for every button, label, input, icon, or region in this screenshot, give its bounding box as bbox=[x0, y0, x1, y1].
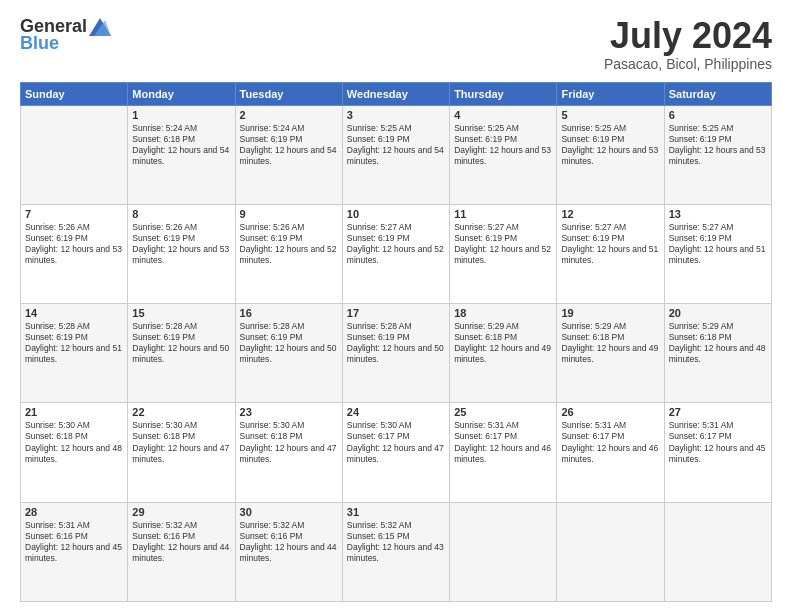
logo-icon bbox=[89, 18, 111, 36]
day-number: 28 bbox=[25, 506, 123, 518]
cell-info: Sunrise: 5:32 AMSunset: 6:16 PMDaylight:… bbox=[240, 520, 338, 564]
day-number: 18 bbox=[454, 307, 552, 319]
week-row-3: 14Sunrise: 5:28 AMSunset: 6:19 PMDayligh… bbox=[21, 304, 772, 403]
table-cell: 2Sunrise: 5:24 AMSunset: 6:19 PMDaylight… bbox=[235, 105, 342, 204]
cell-info: Sunrise: 5:30 AMSunset: 6:18 PMDaylight:… bbox=[25, 420, 123, 464]
cell-info: Sunrise: 5:28 AMSunset: 6:19 PMDaylight:… bbox=[347, 321, 445, 365]
day-number: 9 bbox=[240, 208, 338, 220]
day-number: 6 bbox=[669, 109, 767, 121]
week-row-5: 28Sunrise: 5:31 AMSunset: 6:16 PMDayligh… bbox=[21, 502, 772, 601]
col-friday: Friday bbox=[557, 82, 664, 105]
day-number: 7 bbox=[25, 208, 123, 220]
day-number: 10 bbox=[347, 208, 445, 220]
location: Pasacao, Bicol, Philippines bbox=[604, 56, 772, 72]
day-number: 11 bbox=[454, 208, 552, 220]
table-cell: 5Sunrise: 5:25 AMSunset: 6:19 PMDaylight… bbox=[557, 105, 664, 204]
table-cell: 25Sunrise: 5:31 AMSunset: 6:17 PMDayligh… bbox=[450, 403, 557, 502]
table-cell: 24Sunrise: 5:30 AMSunset: 6:17 PMDayligh… bbox=[342, 403, 449, 502]
table-cell: 10Sunrise: 5:27 AMSunset: 6:19 PMDayligh… bbox=[342, 204, 449, 303]
day-number: 17 bbox=[347, 307, 445, 319]
table-cell: 31Sunrise: 5:32 AMSunset: 6:15 PMDayligh… bbox=[342, 502, 449, 601]
month-year: July 2024 bbox=[604, 16, 772, 56]
table-cell bbox=[557, 502, 664, 601]
calendar-table: Sunday Monday Tuesday Wednesday Thursday… bbox=[20, 82, 772, 602]
day-number: 25 bbox=[454, 406, 552, 418]
col-wednesday: Wednesday bbox=[342, 82, 449, 105]
table-cell: 27Sunrise: 5:31 AMSunset: 6:17 PMDayligh… bbox=[664, 403, 771, 502]
day-number: 15 bbox=[132, 307, 230, 319]
day-number: 22 bbox=[132, 406, 230, 418]
day-number: 8 bbox=[132, 208, 230, 220]
day-number: 31 bbox=[347, 506, 445, 518]
page: General Blue July 2024 Pasacao, Bicol, P… bbox=[0, 0, 792, 612]
week-row-4: 21Sunrise: 5:30 AMSunset: 6:18 PMDayligh… bbox=[21, 403, 772, 502]
table-cell bbox=[664, 502, 771, 601]
title-block: July 2024 Pasacao, Bicol, Philippines bbox=[604, 16, 772, 72]
cell-info: Sunrise: 5:27 AMSunset: 6:19 PMDaylight:… bbox=[454, 222, 552, 266]
cell-info: Sunrise: 5:32 AMSunset: 6:15 PMDaylight:… bbox=[347, 520, 445, 564]
table-cell: 19Sunrise: 5:29 AMSunset: 6:18 PMDayligh… bbox=[557, 304, 664, 403]
logo: General Blue bbox=[20, 16, 113, 54]
table-cell: 4Sunrise: 5:25 AMSunset: 6:19 PMDaylight… bbox=[450, 105, 557, 204]
cell-info: Sunrise: 5:26 AMSunset: 6:19 PMDaylight:… bbox=[25, 222, 123, 266]
day-number: 27 bbox=[669, 406, 767, 418]
day-number: 30 bbox=[240, 506, 338, 518]
day-number: 12 bbox=[561, 208, 659, 220]
table-cell: 12Sunrise: 5:27 AMSunset: 6:19 PMDayligh… bbox=[557, 204, 664, 303]
cell-info: Sunrise: 5:25 AMSunset: 6:19 PMDaylight:… bbox=[669, 123, 767, 167]
table-cell: 13Sunrise: 5:27 AMSunset: 6:19 PMDayligh… bbox=[664, 204, 771, 303]
day-number: 23 bbox=[240, 406, 338, 418]
day-number: 4 bbox=[454, 109, 552, 121]
day-number: 19 bbox=[561, 307, 659, 319]
cell-info: Sunrise: 5:27 AMSunset: 6:19 PMDaylight:… bbox=[347, 222, 445, 266]
cell-info: Sunrise: 5:24 AMSunset: 6:18 PMDaylight:… bbox=[132, 123, 230, 167]
table-cell: 17Sunrise: 5:28 AMSunset: 6:19 PMDayligh… bbox=[342, 304, 449, 403]
cell-info: Sunrise: 5:31 AMSunset: 6:16 PMDaylight:… bbox=[25, 520, 123, 564]
cell-info: Sunrise: 5:29 AMSunset: 6:18 PMDaylight:… bbox=[454, 321, 552, 365]
day-number: 26 bbox=[561, 406, 659, 418]
table-cell: 22Sunrise: 5:30 AMSunset: 6:18 PMDayligh… bbox=[128, 403, 235, 502]
cell-info: Sunrise: 5:26 AMSunset: 6:19 PMDaylight:… bbox=[132, 222, 230, 266]
day-number: 5 bbox=[561, 109, 659, 121]
table-cell: 7Sunrise: 5:26 AMSunset: 6:19 PMDaylight… bbox=[21, 204, 128, 303]
table-cell: 3Sunrise: 5:25 AMSunset: 6:19 PMDaylight… bbox=[342, 105, 449, 204]
day-number: 24 bbox=[347, 406, 445, 418]
day-number: 16 bbox=[240, 307, 338, 319]
table-cell: 11Sunrise: 5:27 AMSunset: 6:19 PMDayligh… bbox=[450, 204, 557, 303]
cell-info: Sunrise: 5:27 AMSunset: 6:19 PMDaylight:… bbox=[561, 222, 659, 266]
cell-info: Sunrise: 5:25 AMSunset: 6:19 PMDaylight:… bbox=[347, 123, 445, 167]
col-thursday: Thursday bbox=[450, 82, 557, 105]
cell-info: Sunrise: 5:30 AMSunset: 6:18 PMDaylight:… bbox=[132, 420, 230, 464]
table-cell: 9Sunrise: 5:26 AMSunset: 6:19 PMDaylight… bbox=[235, 204, 342, 303]
cell-info: Sunrise: 5:27 AMSunset: 6:19 PMDaylight:… bbox=[669, 222, 767, 266]
col-sunday: Sunday bbox=[21, 82, 128, 105]
col-saturday: Saturday bbox=[664, 82, 771, 105]
cell-info: Sunrise: 5:28 AMSunset: 6:19 PMDaylight:… bbox=[132, 321, 230, 365]
week-row-2: 7Sunrise: 5:26 AMSunset: 6:19 PMDaylight… bbox=[21, 204, 772, 303]
table-cell bbox=[450, 502, 557, 601]
table-cell: 20Sunrise: 5:29 AMSunset: 6:18 PMDayligh… bbox=[664, 304, 771, 403]
cell-info: Sunrise: 5:24 AMSunset: 6:19 PMDaylight:… bbox=[240, 123, 338, 167]
table-cell: 23Sunrise: 5:30 AMSunset: 6:18 PMDayligh… bbox=[235, 403, 342, 502]
table-cell bbox=[21, 105, 128, 204]
day-number: 2 bbox=[240, 109, 338, 121]
table-cell: 1Sunrise: 5:24 AMSunset: 6:18 PMDaylight… bbox=[128, 105, 235, 204]
cell-info: Sunrise: 5:30 AMSunset: 6:17 PMDaylight:… bbox=[347, 420, 445, 464]
cell-info: Sunrise: 5:31 AMSunset: 6:17 PMDaylight:… bbox=[561, 420, 659, 464]
table-cell: 28Sunrise: 5:31 AMSunset: 6:16 PMDayligh… bbox=[21, 502, 128, 601]
table-cell: 21Sunrise: 5:30 AMSunset: 6:18 PMDayligh… bbox=[21, 403, 128, 502]
table-cell: 16Sunrise: 5:28 AMSunset: 6:19 PMDayligh… bbox=[235, 304, 342, 403]
cell-info: Sunrise: 5:29 AMSunset: 6:18 PMDaylight:… bbox=[669, 321, 767, 365]
cell-info: Sunrise: 5:30 AMSunset: 6:18 PMDaylight:… bbox=[240, 420, 338, 464]
week-row-1: 1Sunrise: 5:24 AMSunset: 6:18 PMDaylight… bbox=[21, 105, 772, 204]
cell-info: Sunrise: 5:31 AMSunset: 6:17 PMDaylight:… bbox=[669, 420, 767, 464]
table-cell: 14Sunrise: 5:28 AMSunset: 6:19 PMDayligh… bbox=[21, 304, 128, 403]
day-number: 13 bbox=[669, 208, 767, 220]
cell-info: Sunrise: 5:31 AMSunset: 6:17 PMDaylight:… bbox=[454, 420, 552, 464]
cell-info: Sunrise: 5:29 AMSunset: 6:18 PMDaylight:… bbox=[561, 321, 659, 365]
table-cell: 29Sunrise: 5:32 AMSunset: 6:16 PMDayligh… bbox=[128, 502, 235, 601]
day-number: 1 bbox=[132, 109, 230, 121]
cell-info: Sunrise: 5:25 AMSunset: 6:19 PMDaylight:… bbox=[561, 123, 659, 167]
col-monday: Monday bbox=[128, 82, 235, 105]
weekday-header-row: Sunday Monday Tuesday Wednesday Thursday… bbox=[21, 82, 772, 105]
